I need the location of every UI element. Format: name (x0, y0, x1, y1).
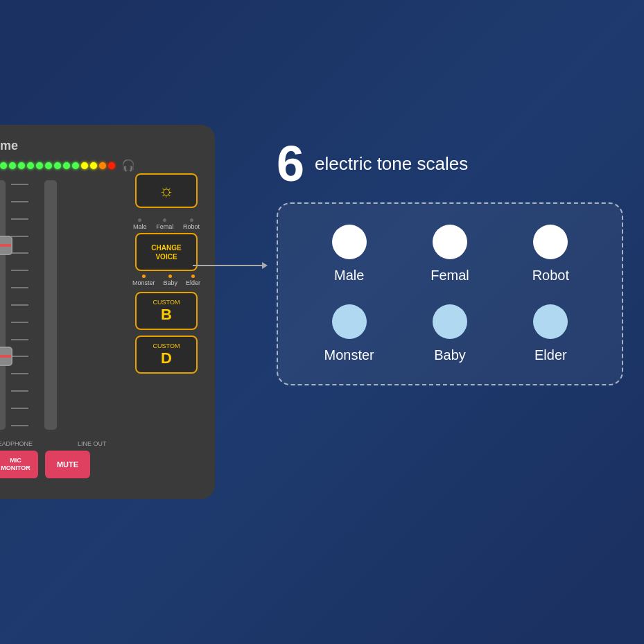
tick (11, 270, 28, 271)
elder-name: Elder (534, 347, 567, 363)
baby-circle (433, 304, 467, 339)
tick (11, 184, 28, 185)
tick (11, 236, 28, 237)
tick (11, 201, 28, 202)
brightness-button[interactable]: ☼ (135, 173, 198, 208)
baby-name: Baby (434, 347, 466, 363)
voice-label-elder: Elder (186, 275, 200, 286)
lineout-label: LINE OUT (78, 440, 107, 447)
voice-item-femal: Femal (406, 225, 493, 284)
change-voice-line1: CHANGE (151, 243, 181, 252)
led-2 (9, 162, 16, 169)
led-8 (63, 162, 70, 169)
led-9 (72, 162, 79, 169)
femal-circle (433, 225, 467, 259)
femal-name: Femal (430, 268, 469, 284)
dashed-box: Male Femal Robot Monster Baby (277, 202, 623, 385)
bottom-labels: HEADPHONE LINE OUT (0, 440, 107, 447)
fader-track-1 (0, 180, 6, 430)
tick (11, 304, 28, 306)
mute-button[interactable]: MUTE (45, 451, 90, 478)
custom-b-letter: B (161, 306, 172, 324)
led-7 (54, 162, 61, 169)
custom-d-label: CUSTOM (153, 342, 180, 349)
tick (11, 390, 28, 392)
custom-d-letter: D (161, 349, 172, 367)
tick (11, 322, 28, 323)
tick (11, 287, 28, 288)
brightness-icon: ☼ (159, 181, 174, 200)
fader-track-2 (44, 180, 57, 430)
led-5 (36, 162, 43, 169)
led-10 (81, 162, 88, 169)
voice-grid: Male Femal Robot Monster Baby (306, 225, 594, 363)
led-6 (45, 162, 52, 169)
custom-b-label: CUSTOM (153, 299, 180, 306)
fader-handle-1[interactable] (0, 236, 12, 255)
voice-labels-bottom: Monster Baby Elder (128, 275, 204, 286)
tick (11, 339, 28, 340)
monster-dot (142, 275, 146, 278)
baby-dot (168, 275, 172, 278)
custom-d-button[interactable]: CUSTOM D (135, 336, 198, 374)
voice-item-baby: Baby (406, 304, 493, 363)
led-4 (27, 162, 34, 169)
change-voice-line2: VOICE (155, 252, 177, 261)
headphone-icon: 🎧 (121, 159, 135, 172)
callout-arrow (193, 262, 268, 269)
right-controls: ☼ Male Femal Robot CHANGE VOICE (128, 173, 204, 379)
tick (11, 373, 28, 374)
voice-label-monster: Monster (132, 275, 155, 286)
tick (11, 252, 28, 254)
robot-circle (533, 225, 568, 259)
voice-item-male: Male (306, 225, 392, 284)
male-circle (332, 225, 367, 259)
info-number: 6 (277, 139, 304, 189)
led-3 (18, 162, 25, 169)
device-panel: me 🎧 + (0, 125, 215, 499)
fader-section: + (0, 180, 57, 444)
robot-name: Robot (532, 268, 569, 284)
info-box: 6 electric tone scales Male Femal Robot (277, 139, 623, 385)
led-13 (108, 162, 115, 169)
elder-dot (191, 275, 195, 278)
voice-item-monster: Monster (306, 304, 392, 363)
elder-circle (533, 304, 568, 339)
bottom-section: HEADPHONE LINE OUT MICMONITOR MUTE (0, 440, 204, 478)
led-strip: 🎧 (0, 159, 204, 172)
femal-dot (163, 218, 166, 222)
tick (11, 408, 28, 409)
voice-label-robot: Robot (183, 218, 200, 230)
monster-circle (332, 304, 367, 339)
voice-label-femal: Femal (156, 218, 173, 230)
voice-labels-top: Male Femal Robot (128, 218, 204, 230)
custom-b-button[interactable]: CUSTOM B (135, 292, 198, 330)
mic-monitor-button[interactable]: MICMONITOR (0, 451, 38, 478)
device-header-text: me (0, 139, 204, 153)
tick (11, 218, 28, 220)
fader-handle-2[interactable] (0, 347, 12, 366)
info-description: electric tone scales (315, 153, 468, 175)
tick (11, 356, 28, 357)
monster-name: Monster (324, 347, 374, 363)
info-title: 6 electric tone scales (277, 139, 623, 189)
led-12 (99, 162, 106, 169)
male-dot (138, 218, 141, 222)
voice-item-robot: Robot (507, 225, 594, 284)
voice-label-baby: Baby (163, 275, 177, 286)
robot-dot (190, 218, 193, 222)
male-name: Male (334, 268, 364, 284)
change-voice-button[interactable]: CHANGE VOICE (135, 233, 198, 271)
tick (11, 425, 28, 426)
voice-label-male: Male (133, 218, 147, 230)
voice-item-elder: Elder (507, 304, 594, 363)
led-11 (90, 162, 97, 169)
headphone-label: HEADPHONE (0, 440, 33, 447)
led-1 (0, 162, 7, 169)
bottom-buttons: MICMONITOR MUTE (0, 451, 107, 478)
